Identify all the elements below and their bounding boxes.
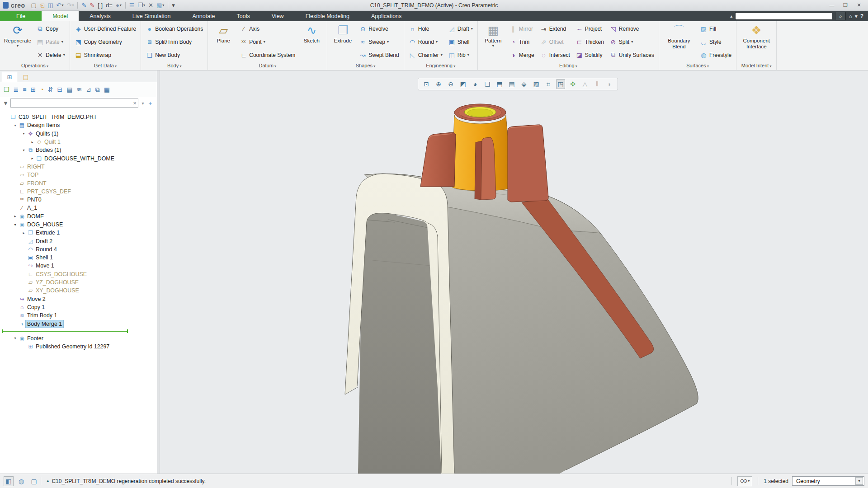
web-browser-icon[interactable]: ◍ bbox=[16, 476, 26, 486]
datum-display-icon[interactable]: ⌗ bbox=[544, 79, 553, 89]
regenerate-manual-button[interactable]: ✎ bbox=[89, 2, 95, 9]
add-filter-icon[interactable]: + bbox=[147, 100, 153, 107]
tree-item-bodies-1[interactable]: ▾⧉Bodies (1) bbox=[0, 146, 157, 154]
select-working-area-button[interactable]: ▧▾ bbox=[156, 2, 165, 9]
shading-style-icon[interactable]: ◕ bbox=[471, 79, 480, 89]
tree-item-prt-csys-def[interactable]: ∟PRT_CSYS_DEF bbox=[0, 188, 157, 196]
project-button[interactable]: ∽Project bbox=[573, 22, 606, 35]
copy-button[interactable]: ⧉Copy bbox=[34, 22, 67, 35]
rib-button[interactable]: ◫Rib▾ bbox=[446, 48, 475, 61]
close-button[interactable]: ✕ bbox=[853, 1, 865, 9]
tree-item-body-merge-1[interactable]: ◑Body Merge 1 bbox=[0, 319, 157, 328]
fill-button[interactable]: ▨Fill bbox=[698, 22, 734, 35]
plane-display-icon[interactable]: ▨ bbox=[532, 79, 541, 89]
tab-model[interactable]: Model bbox=[42, 11, 79, 21]
pause-icon[interactable]: ‖ bbox=[593, 79, 602, 89]
tree-item-copy-1[interactable]: ⌂Copy 1 bbox=[0, 303, 157, 311]
tab-analysis[interactable]: Analysis bbox=[79, 11, 122, 21]
remove-button[interactable]: ◹Remove bbox=[607, 22, 656, 35]
boolean-operations-button[interactable]: ●Boolean Operations bbox=[143, 22, 205, 35]
new-body-button[interactable]: ❏New Body bbox=[143, 48, 205, 61]
ribbon-group-label[interactable]: Shapes bbox=[327, 63, 403, 70]
tree-item-dome[interactable]: ▸◉DOME bbox=[0, 212, 157, 221]
windows-button[interactable]: ❐▾ bbox=[137, 2, 146, 9]
help-icon[interactable]: ? bbox=[860, 13, 863, 19]
layers-button[interactable]: ≋ bbox=[76, 86, 82, 93]
regenerate-active-button[interactable]: ✎ bbox=[80, 2, 87, 9]
merge-button[interactable]: ◑Merge bbox=[507, 48, 537, 61]
tree-item-footer[interactable]: ▾◉Footer bbox=[0, 334, 157, 343]
model-tree-tab[interactable]: ⊞ bbox=[2, 72, 17, 82]
delete-button[interactable]: ✕Delete▾ bbox=[34, 48, 67, 61]
select-brackets-button[interactable]: [ ] bbox=[97, 2, 104, 9]
ribbon-group-label[interactable]: Editing bbox=[478, 63, 659, 70]
ribbon-group-label[interactable]: Engineering bbox=[404, 63, 477, 70]
ribbon-group-label[interactable]: Model Intent bbox=[736, 63, 776, 70]
refit-icon[interactable]: ◩ bbox=[458, 79, 467, 89]
tree-item-quilt-1[interactable]: ▸◇Quilt 1 bbox=[0, 138, 157, 146]
draft-button[interactable]: ◿Draft▾ bbox=[446, 22, 475, 35]
expander-collapse-icon[interactable]: ▾ bbox=[21, 131, 27, 136]
ribbon-group-label[interactable]: Get Data bbox=[70, 63, 141, 70]
chamfer-button[interactable]: ◺Chamfer▾ bbox=[406, 48, 445, 61]
axis-button[interactable]: ∕Axis bbox=[237, 22, 297, 35]
dimension-display-button[interactable]: d= bbox=[105, 2, 113, 9]
intersect-button[interactable]: ◌Intersect bbox=[538, 48, 572, 61]
tree-structure-button[interactable]: ⧉ bbox=[95, 86, 100, 94]
tab-tools[interactable]: Tools bbox=[226, 11, 261, 21]
undo-button[interactable]: ↶▾ bbox=[56, 2, 65, 9]
save-button[interactable]: ◫ bbox=[47, 2, 54, 9]
point-button[interactable]: ˣˣPoint▾ bbox=[237, 35, 297, 48]
user-defined-feature-button[interactable]: ◈User-Defined Feature bbox=[72, 22, 138, 35]
select-mode-button[interactable]: ⊿ bbox=[86, 86, 91, 93]
offset-button[interactable]: ⇗Offset bbox=[538, 35, 572, 48]
tree-item-right[interactable]: ▱RIGHT bbox=[0, 163, 157, 171]
redo-button[interactable]: ↷▾ bbox=[66, 2, 75, 9]
minimize-button[interactable]: — bbox=[826, 1, 838, 9]
tree-filter-input[interactable] bbox=[11, 100, 132, 106]
tree-item-doghouse-with-dome[interactable]: ▸❏DOGHOUSE_WITH_DOME bbox=[0, 154, 157, 162]
command-search-input[interactable] bbox=[735, 12, 832, 20]
view-manager-icon[interactable]: ▤ bbox=[507, 79, 516, 89]
split-button[interactable]: ⊘Split▾ bbox=[607, 35, 656, 48]
split-trim-body-button[interactable]: ⧈Split/Trim Body bbox=[143, 35, 205, 48]
perspective-icon[interactable]: △ bbox=[580, 79, 590, 89]
boundary-blend-button[interactable]: ⌒Boundary Blend bbox=[661, 22, 697, 50]
tree-item-top[interactable]: ▱TOP bbox=[0, 171, 157, 179]
solidify-button[interactable]: ◪Solidify bbox=[573, 48, 606, 61]
filter-dropdown-icon[interactable]: ▾ bbox=[140, 101, 145, 106]
expander-collapse-icon[interactable]: ▾ bbox=[21, 148, 27, 152]
annotation-display-icon[interactable]: ◳ bbox=[556, 79, 565, 89]
tree-panel-toggle-icon[interactable]: ◧ bbox=[4, 476, 14, 486]
expander-collapse-icon[interactable]: ▾ bbox=[12, 223, 18, 227]
clear-filter-icon[interactable]: ✕ bbox=[132, 101, 138, 106]
section-view-icon[interactable]: ⬙ bbox=[519, 79, 528, 89]
selection-filter-select[interactable]: Geometry ▾ bbox=[792, 476, 864, 486]
display-settings-button[interactable]: ☰ bbox=[128, 2, 136, 9]
tab-flexible-modeling[interactable]: Flexible Modeling bbox=[295, 11, 360, 21]
expander-expand-icon[interactable]: ▸ bbox=[29, 156, 35, 160]
tree-filters-button[interactable]: ⇵ bbox=[48, 86, 53, 93]
zoom-region-icon[interactable]: ⊡ bbox=[422, 79, 431, 89]
previous-view-icon[interactable]: ◗ bbox=[605, 79, 614, 89]
restore-button[interactable]: ❐ bbox=[839, 1, 852, 9]
collapse-all-button[interactable]: ≡ bbox=[23, 86, 26, 93]
thicken-button[interactable]: ⊏Thicken bbox=[573, 35, 606, 48]
tree-item-xy-doghouse[interactable]: ▱XY_DOGHOUSE bbox=[0, 286, 157, 295]
feature-filter-button[interactable]: ◔ bbox=[40, 86, 43, 93]
zoom-out-icon[interactable]: ⊖ bbox=[446, 79, 455, 89]
tab-annotate[interactable]: Annotate bbox=[182, 11, 226, 21]
tree-insertion-line[interactable] bbox=[2, 329, 155, 333]
paste-button[interactable]: ▤Paste▾ bbox=[34, 35, 67, 48]
tree-item-a-1[interactable]: ∕A_1 bbox=[0, 204, 157, 212]
coordinate-system-button[interactable]: ∟Coordinate System bbox=[237, 48, 297, 61]
tree-item-shell-1[interactable]: ▣Shell 1 bbox=[0, 253, 157, 262]
revolve-button[interactable]: ⊙Revolve bbox=[357, 22, 401, 35]
ribbon-group-label[interactable]: Operations bbox=[0, 63, 70, 70]
pattern-button[interactable]: ▦Pattern▾ bbox=[480, 22, 506, 48]
item-list-button[interactable]: ▤ bbox=[66, 86, 72, 93]
hole-button[interactable]: ∩Hole bbox=[406, 22, 445, 35]
round-button[interactable]: ◠Round▾ bbox=[406, 35, 445, 48]
tree-item-round-4[interactable]: ◠Round 4 bbox=[0, 245, 157, 253]
tab-live-simulation[interactable]: Live Simulation bbox=[122, 11, 182, 21]
